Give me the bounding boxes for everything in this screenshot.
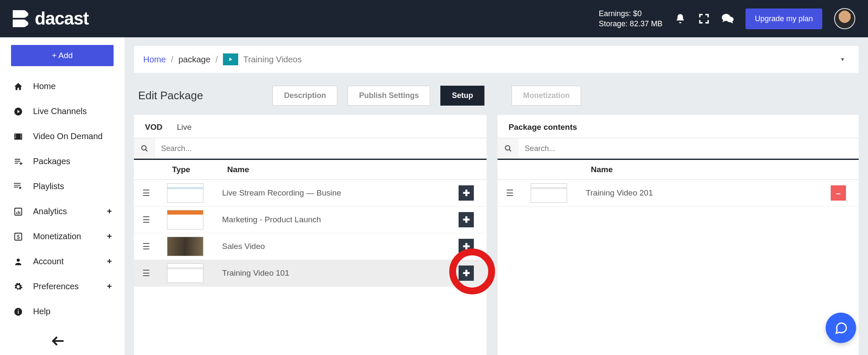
vod-row[interactable]: ☰ Training Video 101 ✚	[134, 260, 487, 287]
sidebar-item-playlists[interactable]: Playlists	[11, 176, 114, 196]
bar-chart-icon	[13, 207, 24, 216]
breadcrumb-package[interactable]: package	[178, 55, 211, 64]
account-stats: Earnings: $0 Storage: 82.37 MB	[599, 8, 662, 29]
vod-panel: VOD Live Type Name ☰ Live S	[134, 115, 487, 355]
breadcrumb-home[interactable]: Home	[143, 55, 166, 64]
logo-text: dacast	[35, 8, 89, 29]
film-icon	[13, 132, 24, 141]
video-name: Training Video 201	[572, 188, 831, 198]
vod-search-input[interactable]	[155, 138, 487, 159]
storage-text: Storage: 82.37 MB	[599, 19, 662, 29]
col-name: Name	[591, 165, 850, 174]
avatar[interactable]	[834, 8, 855, 29]
svg-text:$: $	[17, 233, 19, 240]
package-contents-title: Package contents	[498, 115, 859, 138]
sidebar-item-label: Playlists	[33, 182, 64, 191]
collapse-sidebar-button[interactable]	[11, 327, 114, 355]
sidebar-item-home[interactable]: Home	[11, 76, 114, 96]
expand-icon: +	[107, 257, 112, 266]
home-icon	[13, 82, 24, 91]
play-circle-icon	[13, 107, 24, 116]
topbar: dacast Earnings: $0 Storage: 82.37 MB Up…	[0, 0, 868, 37]
upgrade-plan-button[interactable]: Upgrade my plan	[746, 8, 822, 29]
fullscreen-icon[interactable]	[698, 13, 710, 25]
dollar-icon: $	[13, 232, 24, 241]
sidebar-item-label: Preferences	[33, 282, 79, 291]
svg-point-1	[726, 17, 734, 22]
breadcrumb-title: Training Videos	[243, 55, 302, 64]
info-icon	[13, 307, 24, 316]
sidebar-item-label: Analytics	[33, 207, 67, 216]
package-play-icon	[223, 53, 238, 65]
page-title: Edit Package	[138, 89, 203, 102]
topbar-left: dacast	[13, 8, 89, 29]
remove-video-button[interactable]: –	[831, 185, 846, 201]
tab-live[interactable]: Live	[177, 123, 192, 132]
panels: VOD Live Type Name ☰ Live S	[134, 115, 859, 355]
add-video-button[interactable]: ✚	[459, 212, 474, 227]
drag-handle-icon[interactable]: ☰	[142, 268, 167, 278]
earnings-text: Earnings: $0	[599, 8, 662, 19]
tab-monetization[interactable]: Monetization	[512, 86, 581, 106]
gear-icon	[13, 282, 24, 291]
chat-bubble-icon	[834, 321, 848, 335]
topbar-right: Earnings: $0 Storage: 82.37 MB Upgrade m…	[599, 8, 855, 29]
col-name: Name	[227, 165, 478, 174]
breadcrumb-separator: /	[171, 55, 173, 64]
contents-columns: Name	[498, 160, 859, 180]
drag-handle-icon[interactable]: ☰	[506, 188, 531, 198]
breadcrumb-dropdown-icon[interactable]: ▼	[840, 56, 845, 62]
video-thumbnail	[167, 263, 203, 283]
package-contents-panel: Package contents Name ☰ Training Video 2…	[498, 115, 859, 355]
svg-rect-11	[18, 309, 19, 310]
queue-icon	[13, 182, 24, 191]
logo-icon	[13, 10, 31, 27]
sidebar-item-label: Video On Demand	[33, 131, 103, 141]
search-icon	[498, 145, 519, 152]
nav: Home Live Channels Video On Demand Packa…	[11, 76, 114, 321]
sidebar-item-label: Packages	[33, 157, 70, 166]
drag-handle-icon[interactable]: ☰	[142, 215, 167, 225]
col-type: Type	[172, 165, 227, 174]
add-video-button[interactable]: ✚	[459, 185, 474, 201]
sidebar-item-analytics[interactable]: Analytics +	[11, 201, 114, 221]
support-chat-fab[interactable]	[826, 313, 856, 343]
sidebar-item-help[interactable]: Help	[11, 302, 114, 321]
video-name: Marketing - Product Launch	[209, 215, 459, 224]
chat-icon[interactable]	[722, 13, 734, 25]
video-thumbnail	[167, 183, 203, 203]
add-video-button[interactable]: ✚	[459, 239, 474, 254]
notifications-icon[interactable]	[674, 13, 686, 25]
sidebar-item-live-channels[interactable]: Live Channels	[11, 101, 114, 121]
vod-row[interactable]: ☰ Live Stream Recording — Busine ✚	[134, 180, 487, 207]
sidebar-item-vod[interactable]: Video On Demand	[11, 126, 114, 146]
tab-vod[interactable]: VOD	[145, 123, 162, 132]
breadcrumb-separator: /	[216, 55, 218, 64]
drag-handle-icon[interactable]: ☰	[142, 188, 167, 198]
video-name: Training Video 101	[209, 268, 459, 278]
sidebar-item-packages[interactable]: Packages	[11, 151, 114, 171]
vod-row[interactable]: ☰ Sales Video ✚	[134, 233, 487, 260]
sidebar-item-label: Live Channels	[33, 106, 87, 116]
video-name: Live Stream Recording — Busine	[209, 188, 459, 198]
logo[interactable]: dacast	[13, 8, 89, 29]
sidebar-item-preferences[interactable]: Preferences +	[11, 277, 114, 296]
svg-rect-10	[18, 311, 19, 313]
tab-publish-settings[interactable]: Publish Settings	[348, 86, 430, 106]
contents-row[interactable]: ☰ Training Video 201 –	[498, 180, 859, 207]
sidebar-item-monetization[interactable]: $ Monetization +	[11, 226, 114, 246]
contents-search-input[interactable]	[519, 138, 859, 159]
tab-setup[interactable]: Setup	[440, 86, 484, 106]
drag-handle-icon[interactable]: ☰	[142, 241, 167, 252]
video-thumbnail	[167, 210, 203, 229]
svg-point-12	[142, 145, 146, 150]
add-video-button[interactable]: ✚	[459, 266, 474, 281]
tab-description[interactable]: Description	[273, 86, 337, 106]
sidebar-item-account[interactable]: Account +	[11, 252, 114, 271]
sidebar: + Add Home Live Channels Video On Demand…	[0, 37, 125, 355]
sidebar-item-label: Help	[33, 307, 50, 316]
vod-row[interactable]: ☰ Marketing - Product Launch ✚	[134, 207, 487, 233]
video-name: Sales Video	[209, 242, 459, 251]
breadcrumb: Home / package / Training Videos ▼	[134, 46, 859, 73]
add-button[interactable]: + Add	[11, 45, 114, 66]
